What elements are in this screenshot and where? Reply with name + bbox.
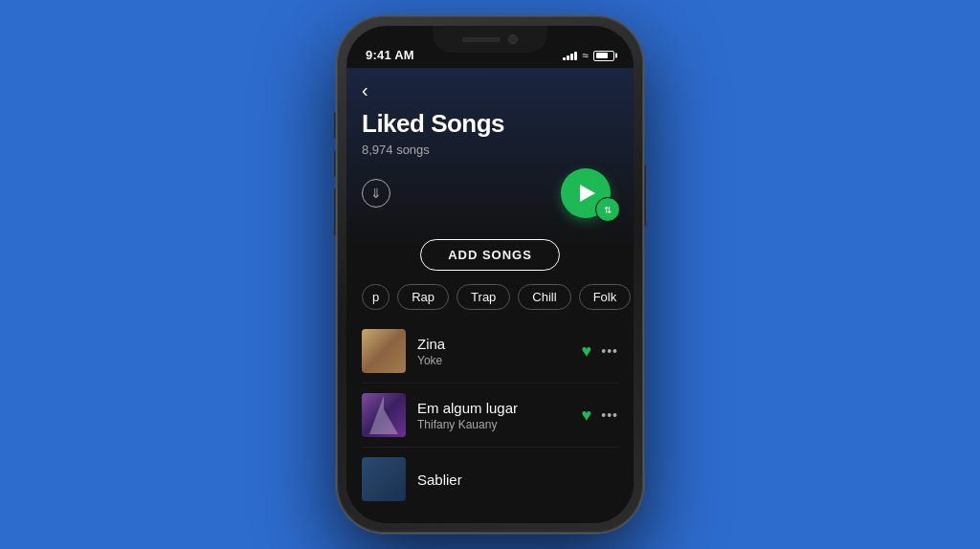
shuffle-icon: ⇅ — [604, 205, 612, 215]
screen-content: ‹ Liked Songs 8,974 songs ⇓ — [346, 68, 634, 523]
song-name: Zina — [417, 336, 570, 352]
add-songs-section: ADD SONGS — [346, 230, 634, 278]
more-options-icon[interactable]: ••• — [601, 407, 618, 423]
song-count: 8,974 songs — [362, 143, 618, 157]
chip-label: Chill — [532, 290, 556, 304]
speaker-grille — [462, 37, 501, 42]
song-name: Em algum lugar — [417, 400, 570, 416]
song-artwork-sablier — [362, 457, 406, 501]
phone-mockup: 9:41 AM ≈ ‹ — [337, 16, 643, 533]
wifi-icon: ≈ — [582, 49, 589, 62]
genre-chips: p Rap Trap Chill Folk Indie — [346, 278, 634, 319]
song-actions: ♥ ••• — [582, 406, 618, 426]
download-icon: ⇓ — [370, 186, 382, 201]
back-chevron-icon: ‹ — [362, 79, 368, 100]
signal-bar-3 — [570, 54, 573, 60]
chip-rap[interactable]: Rap — [397, 284, 449, 310]
play-shuffle-group: ⇅ — [561, 168, 611, 218]
battery-icon — [593, 51, 614, 61]
song-artist: Thifany Kauany — [417, 418, 570, 431]
signal-icon — [563, 52, 577, 60]
song-info-zina: Zina Yoke — [417, 336, 570, 367]
phone-frame: 9:41 AM ≈ ‹ — [337, 16, 643, 533]
song-list: Zina Yoke ♥ ••• E — [346, 319, 634, 511]
status-time: 9:41 AM — [366, 48, 414, 62]
chip-label: p — [372, 290, 379, 304]
song-item-zina[interactable]: Zina Yoke ♥ ••• — [362, 319, 618, 384]
battery-fill — [596, 53, 609, 58]
playlist-title: Liked Songs — [362, 109, 618, 139]
controls-row: ⇓ ⇅ — [362, 168, 618, 218]
phone-screen: 9:41 AM ≈ ‹ — [346, 26, 634, 523]
song-artist: Yoke — [417, 354, 570, 367]
signal-bar-4 — [574, 52, 577, 60]
chip-label: Trap — [471, 290, 496, 304]
like-icon[interactable]: ♥ — [582, 341, 592, 362]
chip-folk[interactable]: Folk — [579, 284, 632, 310]
notch — [433, 26, 547, 53]
play-icon — [580, 185, 595, 202]
chip-partial[interactable]: p — [362, 284, 390, 310]
song-artwork-em — [362, 393, 406, 437]
more-options-icon[interactable]: ••• — [601, 343, 618, 359]
chip-trap[interactable]: Trap — [457, 284, 510, 310]
add-songs-button[interactable]: ADD SONGS — [420, 239, 560, 271]
signal-bar-2 — [567, 55, 569, 60]
song-artwork-zina — [362, 329, 406, 373]
like-icon[interactable]: ♥ — [582, 406, 592, 426]
silhouette-decoration — [369, 396, 398, 434]
download-button[interactable]: ⇓ — [362, 179, 390, 208]
chip-chill[interactable]: Chill — [518, 284, 570, 310]
song-name: Sablier — [417, 472, 618, 488]
song-info-sablier: Sablier — [417, 472, 618, 488]
song-item-em-algum-lugar[interactable]: Em algum lugar Thifany Kauany ♥ ••• — [362, 384, 618, 448]
song-item-sablier[interactable]: Sablier — [362, 448, 618, 511]
header-section: Liked Songs 8,974 songs ⇓ ⇅ — [346, 105, 634, 230]
chip-label: Folk — [593, 290, 617, 304]
song-actions: ♥ ••• — [582, 341, 618, 362]
song-info-em: Em algum lugar Thifany Kauany — [417, 400, 570, 431]
status-icons: ≈ — [563, 49, 614, 62]
front-camera — [508, 34, 518, 44]
signal-bar-1 — [563, 57, 566, 60]
back-button[interactable]: ‹ — [346, 68, 634, 105]
shuffle-button[interactable]: ⇅ — [595, 197, 620, 222]
chip-label: Rap — [412, 290, 434, 304]
